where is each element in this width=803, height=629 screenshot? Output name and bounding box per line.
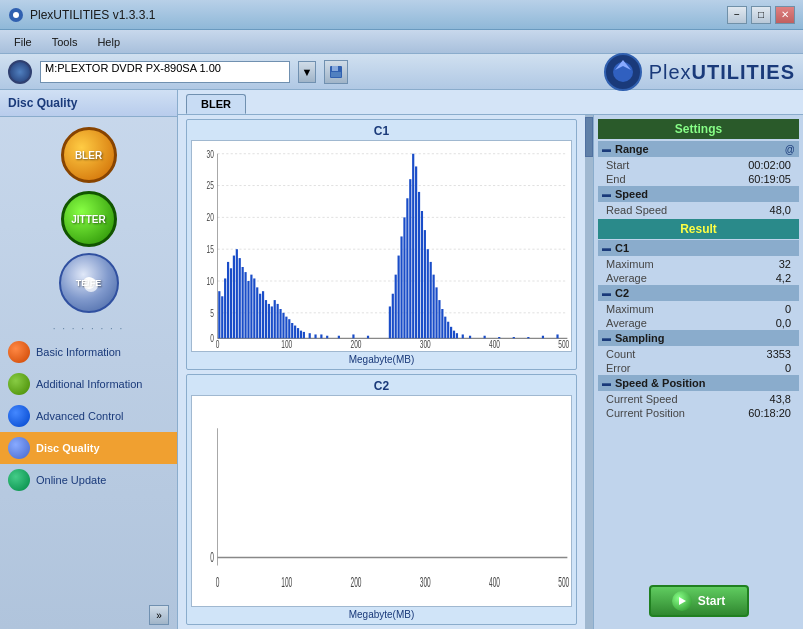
svg-text:30: 30: [207, 148, 214, 160]
plextor-logo: PlexUTILITIES: [603, 52, 795, 92]
svg-rect-85: [447, 322, 449, 339]
c1-x-label: Megabyte(MB): [191, 354, 572, 365]
current-position-row: Current Position 60:18:20: [598, 406, 799, 420]
range-end-label: End: [606, 173, 626, 185]
tefe-button[interactable]: TE/FE: [34, 253, 144, 313]
sidebar-item-onlineupdate[interactable]: Online Update: [0, 464, 177, 496]
svg-rect-43: [262, 291, 264, 338]
svg-rect-64: [367, 336, 369, 339]
speed-section-header[interactable]: ▬ Speed: [598, 186, 799, 202]
svg-text:300: 300: [420, 339, 431, 351]
svg-text:200: 200: [351, 339, 362, 351]
maximize-button[interactable]: □: [751, 6, 771, 24]
sidebar-bottom: »: [0, 601, 177, 629]
svg-rect-65: [389, 306, 391, 338]
c2-avg-row: Average 0,0: [598, 316, 799, 330]
result-header: Result: [598, 219, 799, 239]
jitter-button[interactable]: JITTER: [34, 189, 144, 249]
c2-collapse-icon: ▬: [602, 288, 611, 298]
title-bar-left: PlexUTILITIES v1.3.3.1: [8, 7, 155, 23]
sampling-section-header[interactable]: ▬ Sampling: [598, 330, 799, 346]
c1-result-header[interactable]: ▬ C1: [598, 240, 799, 256]
save-button[interactable]: [324, 60, 348, 84]
drive-select[interactable]: M:PLEXTOR DVDR PX-890SA 1.00: [40, 61, 290, 83]
svg-rect-40: [253, 278, 255, 338]
svg-rect-71: [406, 198, 408, 338]
svg-rect-34: [236, 249, 238, 338]
c2-max-label: Maximum: [606, 303, 654, 315]
c1-chart-title: C1: [191, 124, 572, 138]
sampling-error-row: Error 0: [598, 361, 799, 375]
svg-rect-49: [279, 309, 281, 338]
svg-rect-96: [556, 334, 558, 338]
read-speed-value: 48,0: [770, 204, 791, 216]
svg-rect-68: [398, 256, 400, 339]
bler-button[interactable]: BLER: [34, 125, 144, 185]
svg-text:300: 300: [420, 574, 431, 589]
scrollbar-thumb[interactable]: [585, 117, 593, 157]
svg-rect-63: [352, 334, 354, 338]
current-speed-value: 43,8: [770, 393, 791, 405]
svg-text:20: 20: [207, 211, 214, 223]
menu-help[interactable]: Help: [87, 34, 130, 50]
svg-rect-28: [218, 291, 220, 338]
expand-button[interactable]: »: [149, 605, 169, 625]
c2-avg-value: 0,0: [776, 317, 791, 329]
c1-collapse-icon: ▬: [602, 243, 611, 253]
range-section-header[interactable]: ▬ Range @: [598, 141, 799, 157]
range-end-row: End 60:19:05: [598, 172, 799, 186]
svg-text:0: 0: [210, 332, 214, 344]
settings-header: Settings: [598, 119, 799, 139]
app-icon: [8, 7, 24, 23]
online-update-label: Online Update: [36, 474, 106, 486]
sidebar-nav: Basic Information Additional Information…: [0, 336, 177, 601]
online-update-icon: [8, 469, 30, 491]
sidebar-item-basic[interactable]: Basic Information: [0, 336, 177, 368]
range-start-row: Start 00:02:00: [598, 158, 799, 172]
c1-max-value: 32: [779, 258, 791, 270]
svg-rect-33: [233, 256, 235, 339]
sidebar-item-advanced[interactable]: Advanced Control: [0, 400, 177, 432]
disc-quality-nav-icon: [8, 437, 30, 459]
svg-rect-29: [221, 296, 223, 338]
sidebar-header: Disc Quality: [0, 90, 177, 117]
sidebar-dots: · · · · · · · ·: [0, 321, 177, 336]
svg-rect-69: [400, 236, 402, 338]
c2-chart-area: 0 0 100 200 300 400 500: [191, 395, 572, 607]
svg-rect-51: [285, 317, 287, 339]
range-collapse-icon: ▬: [602, 144, 611, 154]
svg-rect-70: [403, 217, 405, 338]
sampling-count-row: Count 3353: [598, 347, 799, 361]
scrollbar-track[interactable]: [585, 115, 593, 629]
menu-file[interactable]: File: [4, 34, 42, 50]
minimize-button[interactable]: −: [727, 6, 747, 24]
sidebar-item-discquality[interactable]: Disc Quality: [0, 432, 177, 464]
start-label: Start: [698, 594, 725, 608]
tab-bler[interactable]: BLER: [186, 94, 246, 114]
svg-rect-93: [513, 337, 515, 338]
speed-position-section-header[interactable]: ▬ Speed & Position: [598, 375, 799, 391]
svg-rect-61: [326, 336, 328, 339]
svg-rect-91: [484, 336, 486, 339]
svg-text:25: 25: [207, 180, 214, 192]
svg-rect-88: [456, 333, 458, 338]
range-end-value: 60:19:05: [748, 173, 791, 185]
c2-max-value: 0: [785, 303, 791, 315]
c1-result-label: C1: [615, 242, 629, 254]
menu-tools[interactable]: Tools: [42, 34, 88, 50]
svg-rect-41: [256, 287, 258, 338]
c2-x-label: Megabyte(MB): [191, 609, 572, 620]
svg-rect-60: [320, 334, 322, 338]
svg-rect-3: [332, 66, 338, 71]
basic-info-label: Basic Information: [36, 346, 121, 358]
close-button[interactable]: ✕: [775, 6, 795, 24]
svg-rect-66: [392, 294, 394, 339]
drive-dropdown-button[interactable]: ▼: [298, 61, 316, 83]
current-position-label: Current Position: [606, 407, 685, 419]
svg-rect-67: [395, 275, 397, 339]
start-button[interactable]: Start: [649, 585, 749, 617]
start-btn-container: Start: [598, 577, 799, 625]
c2-result-header[interactable]: ▬ C2: [598, 285, 799, 301]
sidebar-item-additional[interactable]: Additional Information: [0, 368, 177, 400]
window-controls: − □ ✕: [727, 6, 795, 24]
